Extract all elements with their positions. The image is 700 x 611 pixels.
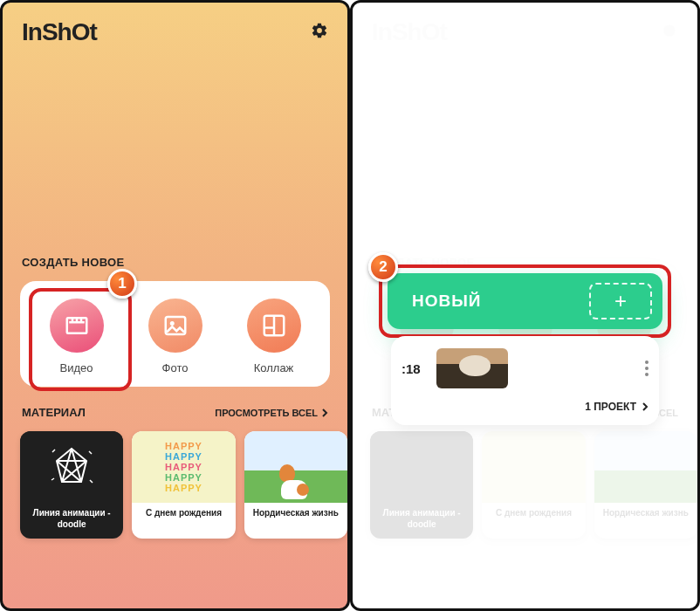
settings-icon [661,22,678,43]
material-caption: С днем рождения [132,503,235,528]
more-icon[interactable] [645,358,649,379]
material-card-doodle[interactable]: Линия анимации - doodle [20,431,123,539]
project-thumbnail [436,348,508,388]
view-all-link[interactable]: ПРОСМОТРЕТЬ ВСЕL [215,408,328,418]
material-row: Линия анимации - doodle HAPPY HAPPY HAPP… [3,419,347,539]
new-project-button[interactable]: НОВЫЙ + [388,273,662,329]
create-photo-button[interactable]: Фото [126,299,224,374]
new-label: НОВЫЙ [412,292,481,311]
project-count-link[interactable]: 1 ПРОЕКТ [401,401,649,413]
phone-screen-left: InShOt СОЗДАТЬ НОВОЕ 1 Видео Фото Коллаж [0,0,350,611]
doodle-thumb [20,431,123,503]
create-collage-button[interactable]: Коллаж [224,299,323,374]
material-card-birthday[interactable]: HAPPY HAPPY HAPPY HAPPY HAPPY С днем рож… [132,431,235,539]
step-badge-1: 1 [107,269,137,299]
step-badge-2: 2 [368,252,398,282]
material-section-header: МАТЕРИАЛ ПРОСМОТРЕТЬ ВСЕL [3,387,347,419]
new-project-popup: 2 НОВЫЙ + :18 1 ПРОЕКТ [388,273,662,425]
topbar: InShOt [3,3,347,55]
photo-icon [148,299,202,353]
collage-icon [247,299,301,353]
create-card: 1 Видео Фото Коллаж [20,281,330,387]
create-section-title: СОЗДАТЬ НОВОЕ [3,256,347,269]
plus-icon: + [589,283,652,319]
settings-icon[interactable] [311,22,328,43]
svg-point-3 [663,24,675,36]
video-label: Видео [27,361,126,374]
svg-point-1 [169,321,174,326]
video-icon [50,299,104,353]
material-caption: Линия анимации - doodle [20,503,123,539]
birthday-thumb: HAPPY HAPPY HAPPY HAPPY HAPPY [132,431,235,503]
collage-label: Коллаж [224,361,323,374]
create-video-button[interactable]: Видео [27,299,126,374]
nordic-thumb [244,431,347,503]
material-caption: Нордическая жизнь [244,503,347,528]
app-logo: InShOt [22,18,97,46]
material-card-nordic[interactable]: Нордическая жизнь [244,431,347,539]
material-title: МАТЕРИАЛ [22,406,86,419]
project-card[interactable]: :18 1 ПРОЕКТ [391,336,659,425]
phone-screen-right: InShOt СОЗДАТЬ НОВОЕ Видео Фото Коллаж М… [350,0,700,611]
project-duration: :18 [401,361,421,376]
photo-label: Фото [126,361,224,374]
